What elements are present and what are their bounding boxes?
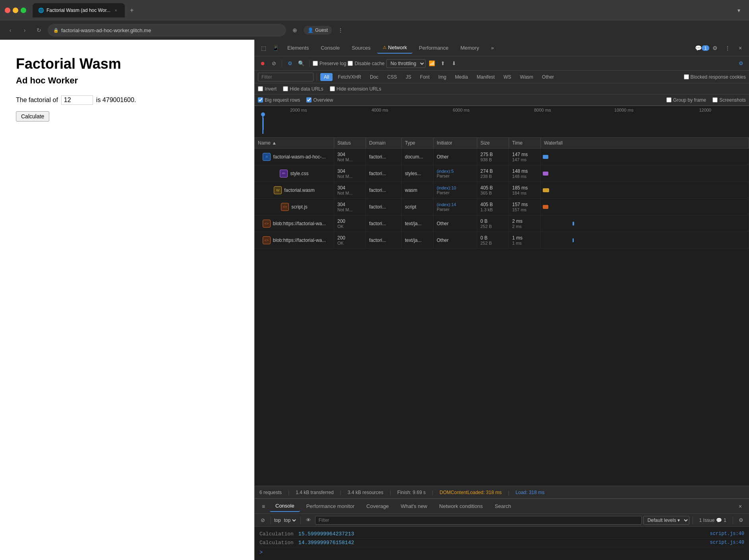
screenshots-checkbox[interactable] [712, 97, 718, 102]
filter-tag-manifest[interactable]: Manifest [473, 73, 498, 81]
filter-tag-ws[interactable]: WS [500, 73, 515, 81]
console-close-btn[interactable]: × [735, 501, 746, 512]
filter-tag-fetch[interactable]: Fetch/XHR [334, 73, 365, 81]
tab-elements[interactable]: Elements [282, 42, 314, 53]
th-size[interactable]: Size [477, 138, 509, 148]
hide-extension-urls-checkbox[interactable] [330, 86, 335, 91]
console-context-select[interactable]: top [283, 517, 297, 523]
maximize-window-btn[interactable] [21, 8, 26, 13]
big-rows-checkbox[interactable] [258, 97, 263, 102]
filter-tag-css[interactable]: CSS [383, 73, 401, 81]
th-type[interactable]: Type [402, 138, 434, 148]
hide-data-urls-checkbox[interactable] [283, 86, 288, 91]
throttle-select[interactable]: No throttling [386, 59, 426, 68]
console-tab-coverage[interactable]: Coverage [361, 501, 394, 512]
filter-input[interactable] [258, 73, 314, 81]
address-bar[interactable]: 🔒 factorial-wasm-ad-hoc-worker.glitch.me [48, 24, 286, 37]
console-settings-btn[interactable]: ⚙ [736, 516, 746, 525]
tab-more[interactable]: » [486, 42, 499, 53]
tab-sources[interactable]: Sources [346, 42, 376, 53]
browser-settings-btn[interactable]: ⋮ [335, 25, 346, 36]
filter-tag-other[interactable]: Other [538, 73, 557, 81]
initiator-link-1[interactable]: (index):5 [437, 169, 474, 174]
clear-btn[interactable]: ⊘ [269, 59, 279, 68]
calculate-btn[interactable]: Calculate [16, 111, 49, 122]
issue-badge[interactable]: 1 Issue 💬 1 [696, 517, 730, 524]
table-row[interactable]: <> script.js 304 Not M... factori... scr… [255, 199, 749, 215]
filter-tag-doc[interactable]: Doc [366, 73, 382, 81]
th-status[interactable]: Status [334, 138, 366, 148]
table-row[interactable]: ≡ factorial-wasm-ad-hoc-... 304 Not M...… [255, 149, 749, 165]
console-tab-network-conditions[interactable]: Network conditions [434, 501, 488, 512]
factorial-input[interactable] [61, 95, 93, 105]
minimize-window-btn[interactable] [13, 8, 18, 13]
overview-checkbox[interactable] [306, 97, 312, 102]
hide-extension-urls-label[interactable]: Hide extension URLs [330, 86, 381, 92]
th-waterfall[interactable]: Waterfall [541, 138, 749, 148]
download-icon[interactable]: ⬇ [449, 59, 459, 68]
search-btn[interactable]: 🔍 [296, 59, 306, 68]
screenshots-label[interactable]: Screenshots [712, 97, 746, 103]
tab-console[interactable]: Console [315, 42, 345, 53]
preserve-log-label[interactable]: Preserve log [313, 61, 346, 66]
disable-cache-checkbox[interactable] [348, 61, 353, 66]
preserve-log-checkbox[interactable] [313, 61, 318, 66]
timeline-graph[interactable] [258, 114, 746, 134]
disable-cache-label[interactable]: Disable cache [348, 61, 384, 66]
console-prompt[interactable]: > [259, 547, 744, 557]
th-name[interactable]: Name ▲ [255, 138, 334, 148]
levels-select[interactable]: Default levels ▾ [643, 516, 689, 525]
tab-close-btn[interactable]: × [113, 7, 119, 14]
devtools-more-btn[interactable]: ⋮ [722, 42, 733, 54]
inspect-element-icon[interactable]: ⬚ [258, 42, 269, 54]
forward-btn[interactable]: › [19, 25, 30, 36]
hide-data-urls-label[interactable]: Hide data URLs [283, 86, 323, 92]
overview-label[interactable]: Overview [306, 97, 333, 103]
devtools-settings-btn[interactable]: ⚙ [709, 42, 720, 54]
close-window-btn[interactable] [5, 8, 10, 13]
table-row[interactable]: W factorial.wasm 304 Not M... factori...… [255, 182, 749, 199]
group-by-frame-checkbox[interactable] [666, 97, 672, 102]
notifications-btn[interactable]: 💬 1 [697, 42, 708, 54]
filter-icon-btn[interactable]: ⚙ [285, 59, 295, 68]
table-row[interactable]: <> blob:https://factorial-wa... 200 OK f… [255, 232, 749, 249]
console-source-1[interactable]: script.js:40 [710, 540, 744, 545]
invert-checkbox[interactable] [258, 86, 263, 91]
filter-tag-js[interactable]: JS [402, 73, 415, 81]
invert-label[interactable]: Invert [258, 86, 277, 92]
console-filter-input[interactable] [315, 516, 642, 525]
console-tab-console[interactable]: Console [270, 500, 300, 512]
record-btn[interactable]: ⏺ [258, 59, 267, 68]
console-tab-search[interactable]: Search [489, 501, 517, 512]
back-btn[interactable]: ‹ [5, 25, 16, 36]
filter-tag-img[interactable]: Img [435, 73, 450, 81]
console-drawer-icon[interactable]: ≡ [258, 501, 269, 512]
console-clear-btn[interactable]: ⊘ [258, 516, 267, 525]
table-row[interactable]: <> blob:https://factorial-wa... 200 OK f… [255, 215, 749, 232]
network-settings-btn[interactable]: ⚙ [736, 59, 746, 68]
tab-network[interactable]: ⚠ Network [377, 42, 413, 54]
table-row[interactable]: ✏ style.css 304 Not M... factori... styl… [255, 165, 749, 182]
tab-memory[interactable]: Memory [455, 42, 485, 53]
initiator-link-3[interactable]: (index):14 [437, 202, 474, 207]
device-toolbar-icon[interactable]: 📱 [270, 42, 281, 54]
console-tab-perf-monitor[interactable]: Performance monitor [301, 501, 360, 512]
eye-icon-btn[interactable]: 👁 [304, 516, 314, 525]
tab-performance[interactable]: Performance [413, 42, 454, 53]
filter-tag-media[interactable]: Media [451, 73, 472, 81]
zoom-icon[interactable]: ⊕ [289, 25, 300, 36]
devtools-close-btn[interactable]: × [735, 42, 746, 54]
filter-tag-wasm[interactable]: Wasm [517, 73, 537, 81]
th-domain[interactable]: Domain [366, 138, 402, 148]
new-tab-btn[interactable]: + [126, 5, 137, 16]
browser-tab-active[interactable]: 🌐 Factorial Wasm (ad hoc Wor... × [33, 3, 125, 17]
group-by-frame-label[interactable]: Group by frame [666, 97, 706, 103]
console-tab-whats-new[interactable]: What's new [395, 501, 433, 512]
blocked-cookies-label[interactable]: Blocked response cookies [684, 74, 746, 80]
initiator-link-2[interactable]: (index):10 [437, 185, 474, 190]
filter-tag-all[interactable]: All [320, 73, 333, 81]
th-time[interactable]: Time [509, 138, 541, 148]
wifi-icon[interactable]: 📶 [427, 59, 437, 68]
console-source-0[interactable]: script.js:40 [710, 531, 744, 537]
refresh-btn[interactable]: ↻ [33, 25, 45, 36]
